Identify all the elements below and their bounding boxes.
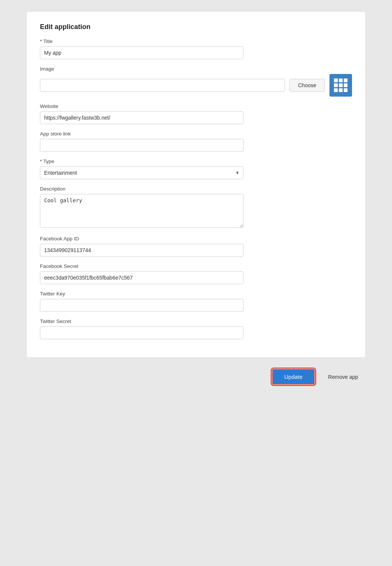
twitter-key-label: Twitter Key <box>40 291 243 297</box>
app-store-group: App store link <box>40 131 243 152</box>
description-label: Description <box>40 186 243 192</box>
twitter-secret-group: Twitter Secret <box>40 318 243 339</box>
title-input[interactable] <box>40 46 243 59</box>
twitter-secret-input[interactable] <box>40 326 243 339</box>
choose-button[interactable]: Choose <box>289 79 325 92</box>
edit-application-card: Edit application * Title Image Choose <box>26 11 366 358</box>
facebook-secret-label: Facebook Secret <box>40 263 243 269</box>
icon-dot <box>339 78 343 82</box>
facebook-secret-input[interactable] <box>40 271 243 284</box>
twitter-secret-label: Twitter Secret <box>40 318 243 324</box>
type-select[interactable]: Entertainment Business Education Games L… <box>40 166 243 179</box>
twitter-key-input[interactable] <box>40 299 243 312</box>
icon-dot <box>339 83 343 87</box>
icon-dot <box>344 83 348 87</box>
remove-app-button[interactable]: Remove app <box>321 370 366 384</box>
facebook-app-id-label: Facebook App ID <box>40 236 243 241</box>
app-store-input[interactable] <box>40 139 243 152</box>
bottom-bar: Update Remove app <box>26 365 366 388</box>
app-icon-grid <box>332 76 350 94</box>
website-label: Website <box>40 103 243 109</box>
facebook-app-id-group: Facebook App ID <box>40 236 243 257</box>
image-group: Image Choose <box>40 66 352 97</box>
app-store-label: App store link <box>40 131 243 137</box>
title-group: * Title <box>40 38 243 59</box>
website-group: Website <box>40 103 243 124</box>
icon-dot <box>339 88 343 92</box>
icon-dot <box>334 83 338 87</box>
description-textarea[interactable]: Cool gallery <box>40 194 243 228</box>
icon-dot <box>344 88 348 92</box>
type-group: * Type Entertainment Business Education … <box>40 158 243 179</box>
title-label: * Title <box>40 38 243 44</box>
image-row: Choose <box>40 74 352 97</box>
icon-dot <box>344 78 348 82</box>
twitter-key-group: Twitter Key <box>40 291 243 312</box>
website-input[interactable] <box>40 111 243 124</box>
type-select-wrapper: Entertainment Business Education Games L… <box>40 166 243 179</box>
image-input[interactable] <box>40 79 285 92</box>
icon-dot <box>334 88 338 92</box>
type-label: * Type <box>40 158 243 164</box>
update-button[interactable]: Update <box>272 369 314 385</box>
facebook-app-id-input[interactable] <box>40 244 243 257</box>
image-input-wrapper <box>40 79 285 92</box>
icon-dot <box>334 78 338 82</box>
description-group: Description Cool gallery <box>40 186 243 229</box>
image-label: Image <box>40 66 352 72</box>
card-title: Edit application <box>40 23 352 31</box>
facebook-secret-group: Facebook Secret <box>40 263 243 284</box>
app-icon-preview <box>329 74 352 97</box>
